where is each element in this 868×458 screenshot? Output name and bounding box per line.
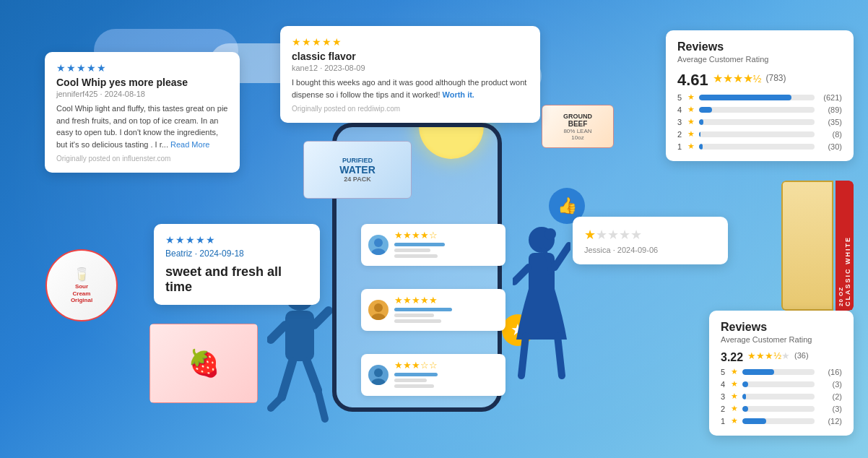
classic-author: kane12 · 2023-08-09 xyxy=(292,64,529,72)
svg-point-2 xyxy=(374,303,383,312)
svg-line-9 xyxy=(271,325,285,340)
bar-row-1: 1 ★ (30) xyxy=(677,142,842,151)
review-card-coolwhip: ★★★★★ Cool Whip yes more please jennifer… xyxy=(45,52,240,173)
review-card-jessica: ★★★★★ Jessica · 2024-09-06 xyxy=(573,217,728,264)
beatriz-author: Beatriz · 2024-09-18 xyxy=(165,249,308,259)
phone-review-1-stars: ★★★★☆ xyxy=(394,230,445,241)
bar-row-3: 3 ★ (2) xyxy=(721,392,842,401)
svg-line-13 xyxy=(318,390,325,419)
product-sour-cream: 🥛 SourCreamOriginal xyxy=(42,246,121,325)
svg-point-0 xyxy=(374,238,383,247)
jessica-author: Jessica · 2024-09-06 xyxy=(584,246,716,254)
bread-size: 20 OZ xyxy=(838,188,844,306)
coolwhip-source: Originally posted on influenster.com xyxy=(56,155,228,163)
panel1-title: Reviews xyxy=(677,40,842,53)
svg-line-8 xyxy=(314,311,329,325)
coolwhip-title: Cool Whip yes more please xyxy=(56,77,228,88)
panel2-title: Reviews xyxy=(721,321,842,334)
svg-line-12 xyxy=(271,397,282,408)
svg-point-3 xyxy=(371,314,386,320)
classic-title: classic flavor xyxy=(292,51,529,62)
svg-line-11 xyxy=(307,361,318,390)
product-water: PURIFIED WATER 24 PACK xyxy=(303,141,412,199)
panel2-rating: 3.22 xyxy=(721,351,743,364)
bread-label: CLASSIC WHITE xyxy=(844,185,851,306)
svg-rect-7 xyxy=(285,311,314,361)
phone-review-row-3: ★★★☆☆ xyxy=(361,354,505,396)
bar-row-5: 5 ★ (16) xyxy=(721,367,842,376)
jessica-stars: ★★★★★ xyxy=(584,227,716,243)
bar-row-2: 2 ★ (3) xyxy=(721,404,842,413)
svg-point-5 xyxy=(371,379,386,385)
bar-row-2: 2 ★ (8) xyxy=(677,129,842,139)
reviews-panel-1: Reviews Average Customer Rating 4.61 ★★★… xyxy=(666,30,854,161)
classic-body: I bought this weeks ago and it was good … xyxy=(292,77,529,100)
person-right-figure xyxy=(513,224,570,383)
phone-review-3-stars: ★★★☆☆ xyxy=(394,360,438,371)
coolwhip-author: jenniferf425 · 2024-08-18 xyxy=(56,90,228,98)
bar-row-1: 1 ★ (12) xyxy=(721,416,842,425)
review-card-classic: ★★★★★ classic flavor kane12 · 2023-08-09… xyxy=(280,26,540,123)
panel2-review-count: (36) xyxy=(794,351,809,360)
svg-line-18 xyxy=(514,267,529,282)
coolwhip-read-more[interactable]: Read More xyxy=(170,140,209,149)
svg-line-10 xyxy=(282,361,292,397)
bar-row-5: 5 ★ (621) xyxy=(677,92,842,102)
svg-line-17 xyxy=(555,246,569,267)
product-bread: CLASSIC WHITE 20 OZ xyxy=(781,181,854,311)
review-card-beatriz: ★★★★★ Beatriz · 2024-09-18 sweet and fre… xyxy=(154,224,320,305)
classic-stars: ★★★★★ xyxy=(292,36,529,48)
svg-point-1 xyxy=(371,249,386,255)
bar-row-3: 3 ★ (35) xyxy=(677,117,842,126)
panel1-bars: 5 ★ (621) 4 ★ (89) 3 ★ (35) xyxy=(677,92,842,151)
panel2-rating-stars: ★★★½★ xyxy=(747,350,790,361)
phone-review-row-1: ★★★★☆ xyxy=(361,224,505,266)
bar-row-4: 4 ★ (3) xyxy=(721,379,842,389)
svg-point-15 xyxy=(544,228,556,240)
panel2-subtitle: Average Customer Rating xyxy=(721,335,842,344)
classic-source: Originally posted on reddiwip.com xyxy=(292,105,529,113)
product-strawberries: 🍓 xyxy=(149,324,258,403)
beatriz-stars: ★★★★★ xyxy=(165,234,308,246)
coolwhip-body: Cool Whip light and fluffy, this tastes … xyxy=(56,103,228,150)
coolwhip-stars: ★★★★★ xyxy=(56,62,228,74)
phone-review-row-2: ★★★★★ xyxy=(361,289,505,331)
svg-point-4 xyxy=(374,368,383,377)
product-ground-beef: GROUND BEEF 80% LEAN 10oz xyxy=(542,105,614,148)
phone-review-2-stars: ★★★★★ xyxy=(394,295,452,306)
reviews-panel-2: Reviews Average Customer Rating 3.22 ★★★… xyxy=(709,311,854,436)
panel2-bars: 5 ★ (16) 4 ★ (3) 3 ★ (2) xyxy=(721,367,842,425)
panel1-review-count: (783) xyxy=(766,73,786,83)
bar-row-4: 4 ★ (89) xyxy=(677,105,842,114)
svg-line-20 xyxy=(557,336,562,376)
svg-line-19 xyxy=(521,336,526,376)
panel1-rating-stars: ★★★★½ xyxy=(713,72,762,85)
beatriz-title: sweet and fresh all time xyxy=(165,264,308,295)
panel1-rating: 4.61 xyxy=(677,71,708,90)
panel1-subtitle: Average Customer Rating xyxy=(677,55,842,64)
